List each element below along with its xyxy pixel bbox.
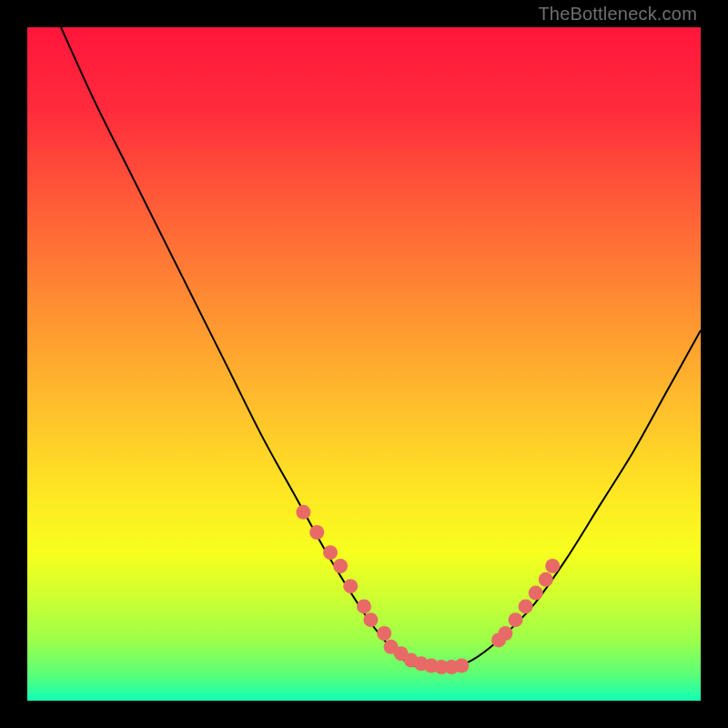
- watermark-text: TheBottleneck.com: [538, 4, 697, 25]
- svg-rect-0: [27, 27, 701, 701]
- background-gradient: [27, 27, 701, 701]
- chart-frame: [27, 27, 701, 701]
